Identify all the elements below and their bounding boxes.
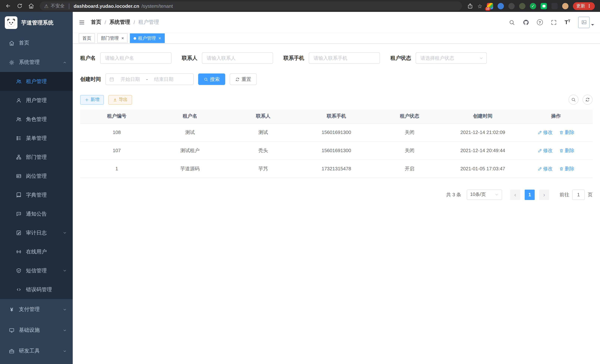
- date-end-input[interactable]: [150, 76, 178, 82]
- refresh-table-button[interactable]: [582, 95, 593, 105]
- share-icon[interactable]: [467, 3, 473, 9]
- address-divider: |: [68, 3, 70, 9]
- profile-avatar-icon[interactable]: [562, 3, 568, 9]
- extension-dark-icon[interactable]: [508, 3, 515, 9]
- active-dot: [134, 37, 136, 39]
- sidebar-item-online-users[interactable]: 在线用户: [0, 242, 73, 261]
- sidebar-toggle-button[interactable]: [73, 19, 91, 25]
- help-button[interactable]: ?: [537, 19, 543, 25]
- briefcase-icon: [9, 348, 14, 354]
- header-search-button[interactable]: [508, 19, 515, 25]
- contact-label: 联系人: [182, 55, 197, 61]
- code-icon: [16, 287, 21, 292]
- edit-link[interactable]: 修改: [537, 165, 553, 172]
- page-number-button[interactable]: 1: [525, 189, 535, 200]
- prev-page-button[interactable]: ‹: [510, 189, 520, 200]
- sidebar-item-system-management[interactable]: 系统管理: [0, 53, 73, 72]
- status-select[interactable]: [416, 52, 487, 64]
- extension-green-check-icon[interactable]: ✓: [530, 3, 536, 9]
- browser-home-button[interactable]: [28, 3, 34, 9]
- tenant-name-input[interactable]: [100, 52, 171, 64]
- sidebar-item-department-management[interactable]: 部门管理: [0, 148, 73, 167]
- status-select-input[interactable]: [416, 52, 487, 64]
- filter-status: 租户状态: [390, 52, 487, 64]
- tab-department-management[interactable]: 部门管理 ×: [97, 33, 128, 43]
- bookmark-star-icon[interactable]: ☆: [477, 3, 482, 9]
- font-size-button[interactable]: TT: [564, 19, 570, 25]
- github-button[interactable]: [523, 19, 529, 25]
- next-page-button[interactable]: ›: [539, 189, 549, 200]
- browser-back-button[interactable]: [5, 3, 11, 9]
- extension-olive-icon[interactable]: [519, 3, 525, 9]
- goto-page-input[interactable]: [572, 189, 585, 200]
- sidebar-item-error-code-management[interactable]: 错误码管理: [0, 280, 73, 299]
- breadcrumb-home[interactable]: 首页: [91, 19, 101, 26]
- breadcrumb-system-management[interactable]: 系统管理: [110, 19, 130, 26]
- delete-link[interactable]: 删除: [559, 129, 574, 136]
- close-icon[interactable]: ×: [121, 36, 124, 40]
- sidebar-item-menu-management[interactable]: 菜单管理: [0, 129, 73, 148]
- show-search-toggle-button[interactable]: [568, 95, 579, 105]
- cell-created: 2021-01-05 17:03:47: [446, 159, 519, 178]
- user-avatar-menu[interactable]: [578, 17, 594, 28]
- sidebar-item-dev-tools[interactable]: 研发工具: [0, 341, 73, 361]
- extension-colorful-icon[interactable]: 10: [487, 3, 493, 9]
- browser-update-button[interactable]: 更新 ⋮: [573, 2, 595, 10]
- cell-status: 关闭: [373, 123, 446, 141]
- edit-link[interactable]: 修改: [537, 147, 553, 154]
- id-badge-icon: [16, 173, 21, 179]
- sidebar-item-infrastructure[interactable]: 基础设施: [0, 320, 73, 341]
- sidebar-item-home[interactable]: 首页: [0, 33, 73, 53]
- delete-link[interactable]: 删除: [559, 165, 574, 172]
- date-start-input[interactable]: [116, 76, 144, 82]
- address-bar[interactable]: ⚠ 不安全 | dashboard.yudao.iocoder.cn/syste…: [40, 1, 462, 10]
- cell-status: 关闭: [373, 141, 446, 159]
- app-title: 芋道管理系统: [21, 19, 53, 26]
- add-button[interactable]: 新增: [80, 95, 104, 104]
- page-size-select[interactable]: 10条/页: [467, 189, 502, 200]
- sidebar-item-user-management[interactable]: 用户管理: [0, 91, 73, 110]
- fullscreen-button[interactable]: [551, 19, 557, 25]
- export-button[interactable]: 导出: [108, 95, 132, 104]
- tab-tenant-management[interactable]: 租户管理 ×: [130, 33, 165, 43]
- table-row: 1 芋道源码 芋艿 17321315478 开启 2021-01-05 17:0…: [80, 159, 593, 178]
- extension-blue-icon[interactable]: [497, 3, 504, 9]
- refresh-icon: [235, 77, 240, 82]
- delete-link[interactable]: 删除: [559, 147, 574, 154]
- breadcrumb-separator: /: [105, 19, 106, 25]
- edit-link[interactable]: 修改: [537, 129, 553, 136]
- home-icon: [9, 40, 14, 46]
- sidebar-item-notice[interactable]: 通知公告: [0, 205, 73, 223]
- sidebar-item-tenant-management[interactable]: 租户管理: [0, 72, 73, 91]
- sidebar-item-role-management[interactable]: 角色管理: [0, 110, 73, 129]
- tab-home[interactable]: 首页: [79, 33, 95, 43]
- cell-tenant-id: 107: [80, 141, 153, 159]
- cell-tenant-name: 测试: [153, 123, 227, 141]
- cell-contact: 芋艿: [226, 159, 300, 178]
- sidebar-item-post-management[interactable]: 岗位管理: [0, 167, 73, 186]
- reset-button[interactable]: 重置: [230, 74, 257, 85]
- cell-tenant-id: 1: [80, 159, 153, 178]
- trash-icon: [559, 148, 564, 153]
- extension-black-icon[interactable]: [551, 3, 558, 9]
- book-icon: [16, 192, 21, 198]
- sidebar-item-audit-log[interactable]: 审计日志: [0, 223, 73, 242]
- sidebar-item-sms-management[interactable]: 短信管理: [0, 261, 73, 280]
- column-actions: 操作: [519, 110, 593, 123]
- browser-menu-icon[interactable]: ⋮: [587, 3, 591, 9]
- monitor-icon: [9, 327, 14, 333]
- search-button[interactable]: 搜索: [198, 74, 225, 85]
- filter-created-time: 创建时间 -: [80, 74, 194, 85]
- update-label: 更新: [576, 3, 585, 9]
- cell-tenant-name: 芋道源码: [153, 159, 227, 178]
- sidebar-item-dict-management[interactable]: 字典管理: [0, 186, 73, 205]
- created-time-label: 创建时间: [80, 76, 101, 83]
- sidebar-item-payment-management[interactable]: ¥ 支付管理: [0, 299, 73, 320]
- message-icon: [16, 211, 21, 217]
- phone-input[interactable]: [309, 52, 380, 64]
- browser-reload-button[interactable]: [17, 3, 23, 9]
- contact-input[interactable]: [202, 52, 273, 64]
- close-icon[interactable]: ×: [159, 36, 161, 40]
- date-range-picker[interactable]: -: [105, 74, 194, 85]
- extension-chat-icon[interactable]: [541, 3, 547, 9]
